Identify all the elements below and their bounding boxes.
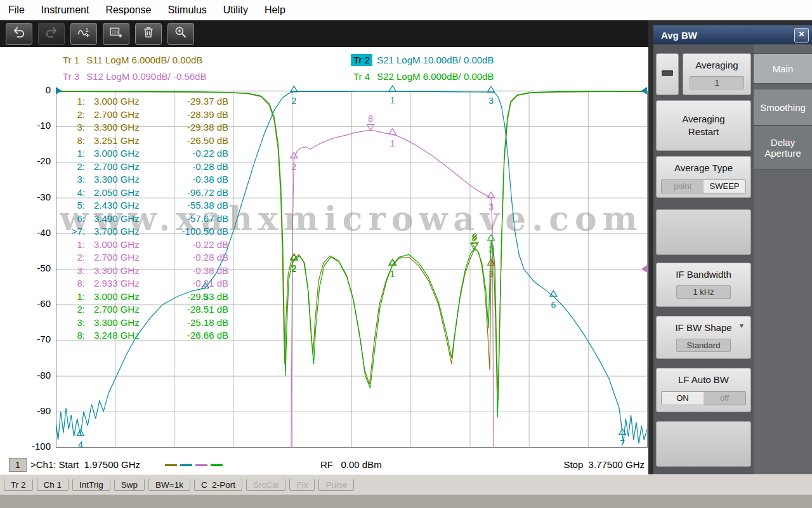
if-bw-shape-label: IF BW Shape <box>657 322 750 333</box>
legend-tr2[interactable]: Tr 2S21 LogM 10.00dB/ 0.00dB <box>351 55 494 65</box>
status-tr-2[interactable]: Tr 2 <box>4 479 33 491</box>
status-c-2-port[interactable]: C 2-Port <box>194 479 242 491</box>
svg-text:7: 7 <box>620 438 625 448</box>
trace-id: Tr 2 <box>351 54 372 66</box>
status-swp[interactable]: Swp <box>114 479 145 491</box>
redo-button[interactable] <box>38 23 65 45</box>
averaging-restart-label: Averaging Restart <box>669 113 738 138</box>
if-bw-shape-button[interactable]: IF BW Shape ▼ Standard <box>656 316 751 359</box>
y-axis-label: -30 <box>24 192 51 202</box>
svg-text:1: 1 <box>390 95 395 105</box>
y-axis-label: -70 <box>24 334 51 344</box>
trace-format: S11 LogM 6.000dB/ 0.00dB <box>86 55 202 65</box>
svg-text:3: 3 <box>488 269 494 279</box>
trace-id: Tr 1 <box>60 54 82 66</box>
marker-readout-row: 2:2.700 GHz-0.28 dB <box>61 160 228 174</box>
panel-tabs: MainSmoothingDelay Aperture <box>754 44 812 474</box>
trace-id: Tr 4 <box>351 70 372 82</box>
menu-help[interactable]: Help <box>256 0 294 20</box>
zoom-in-button[interactable] <box>167 23 194 45</box>
toggle-slot-icon <box>662 70 673 76</box>
menu-response[interactable]: Response <box>97 0 159 20</box>
trace-color-dash <box>180 464 192 466</box>
menu-utility[interactable]: Utility <box>215 0 256 20</box>
rf-power: RF 0.00 dBm <box>320 459 382 470</box>
marker-readout-row: 3:3.300 GHz-25.18 dB <box>61 316 228 330</box>
averaging-value: 1 <box>690 76 744 89</box>
status-pulse[interactable]: Pulse <box>318 479 354 491</box>
lf-auto-bw-label: LF Auto BW <box>657 374 750 385</box>
svg-text:1: 1 <box>390 138 395 148</box>
marker-readout-row: 8:2.933 GHz-0.21 dB <box>61 277 228 290</box>
add-trace-button[interactable]: 1 <box>70 23 97 45</box>
average-type-segment: point SWEEP <box>661 179 746 193</box>
if-bw-shape-value: Standard <box>676 339 731 352</box>
marker-readout-row: 2:2.700 GHz-28.51 dB <box>61 303 228 316</box>
status-ch-1[interactable]: Ch 1 <box>37 479 69 491</box>
plot-footer: 1 >Ch1: Start 1.97500 GHz RF 0.00 dBm St… <box>0 458 648 473</box>
tab-smoothing[interactable]: Smoothing <box>754 89 812 126</box>
marker-readout-row: 8:3.251 GHz-26.50 dB <box>61 134 228 148</box>
status-fix[interactable]: Fix <box>289 479 315 491</box>
status-bar: Tr 2Ch 1IntTrigSwpBW=1kC 2-PortSrcCalFix… <box>0 474 812 495</box>
trace-format: S12 LogM 0.090dB/ -0.56dB <box>86 71 206 82</box>
averaging-label: Averaging <box>683 60 750 70</box>
legend-tr1[interactable]: Tr 1S11 LogM 6.000dB/ 0.00dB <box>60 55 202 65</box>
averaging-restart-button[interactable]: Averaging Restart <box>656 100 751 151</box>
lf-auto-bw-button[interactable]: LF Auto BW ON off <box>656 368 751 412</box>
stop-frequency: Stop 3.77500 GHz <box>563 459 645 470</box>
average-type-point[interactable]: point <box>662 180 704 193</box>
averaging-toggle-button[interactable] <box>656 53 679 95</box>
blank-softkey <box>656 421 751 467</box>
svg-text:2: 2 <box>291 162 296 172</box>
undo-button[interactable] <box>6 23 32 45</box>
svg-text:2: 2 <box>291 96 296 106</box>
legend-tr4[interactable]: Tr 4S22 LogM 6.000dB/ 0.00dB <box>351 71 494 82</box>
status-bw-1k[interactable]: BW=1k <box>148 479 190 491</box>
y-axis-label: 0 <box>24 84 51 95</box>
legend-tr3[interactable]: Tr 3S12 LogM 0.090dB/ -0.56dB <box>60 71 206 82</box>
menu-stimulus[interactable]: Stimulus <box>159 0 214 20</box>
svg-text:4: 4 <box>78 440 83 450</box>
marker-readout-table: 1:3.000 GHz-29.37 dB2:2.700 GHz-28.39 dB… <box>61 95 228 342</box>
menu-bar: FileInstrumentResponseStimulusUtilityHel… <box>0 0 812 20</box>
marker-readout-row: 2:2.700 GHz-28.39 dB <box>61 108 228 122</box>
marker-readout-row: 1:3.000 GHz-0.22 dB <box>61 147 228 160</box>
delete-button[interactable] <box>135 23 162 45</box>
window-bottom-strip <box>0 495 812 508</box>
svg-text:CH: CH <box>112 30 118 35</box>
lf-auto-bw-segment: ON off <box>661 391 746 405</box>
if-bandwidth-button[interactable]: IF Bandwidth 1 kHz <box>656 263 751 307</box>
add-channel-button[interactable]: CH <box>103 23 129 45</box>
svg-text:1: 1 <box>85 26 89 33</box>
tab-main[interactable]: Main <box>754 53 812 84</box>
menu-instrument[interactable]: Instrument <box>33 0 98 20</box>
marker-readout-row: 1:3.000 GHz-0.22 dB <box>61 238 228 252</box>
average-type-sweep[interactable]: SWEEP <box>704 180 745 193</box>
close-icon[interactable]: ✕ <box>794 28 809 42</box>
y-axis-label: -20 <box>24 155 51 166</box>
status-srccal[interactable]: SrcCal <box>246 479 286 491</box>
lf-auto-bw-off[interactable]: off <box>704 392 745 405</box>
blank-softkey <box>656 209 751 255</box>
channel-badge[interactable]: 1 <box>9 458 27 472</box>
y-axis-label: -100 <box>24 441 51 452</box>
average-type-button[interactable]: Average Type point SWEEP <box>656 156 751 198</box>
if-bandwidth-label: IF Bandwidth <box>657 269 750 280</box>
trace-color-dash <box>165 464 177 466</box>
tab-delay-aperture[interactable]: Delay Aperture <box>754 126 812 170</box>
redo-icon <box>44 25 58 42</box>
menu-file[interactable]: File <box>0 0 33 20</box>
zoom-in-icon <box>174 25 188 42</box>
average-type-label: Average Type <box>657 162 750 173</box>
undo-icon <box>12 25 26 42</box>
add-trace-icon: 1 <box>77 25 91 42</box>
svg-text:1: 1 <box>390 269 395 279</box>
averaging-button[interactable]: Averaging 1 <box>683 53 751 95</box>
lf-auto-bw-on[interactable]: ON <box>662 392 704 405</box>
svg-text:8: 8 <box>471 233 476 243</box>
marker-readout-row: 1:3.000 GHz-29.37 dB <box>61 95 228 108</box>
trace-format: S21 LogM 10.00dB/ 0.00dB <box>377 55 494 65</box>
panel-title-bar: Avg BW ✕ <box>653 25 812 44</box>
status-inttrig[interactable]: IntTrig <box>72 479 110 491</box>
